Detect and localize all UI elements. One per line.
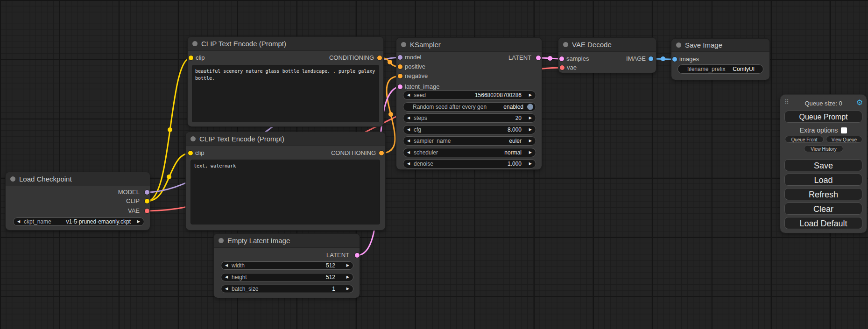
widget-value: 156680208700286: [475, 92, 522, 98]
node-title-bar[interactable]: CLIP Text Encode (Prompt): [188, 37, 383, 51]
widget-value: 512: [326, 262, 335, 269]
increment-arrow-icon[interactable]: ▶: [529, 93, 532, 97]
node-title-bar[interactable]: Empty Latent Image: [214, 234, 360, 248]
output-port-image[interactable]: [649, 56, 653, 61]
increment-arrow-icon[interactable]: ▶: [529, 128, 532, 132]
decrement-arrow-icon[interactable]: ◀: [407, 128, 410, 132]
output-port-conditioning[interactable]: [377, 56, 382, 60]
node-title-bar[interactable]: CLIP Text Encode (Prompt): [186, 132, 385, 146]
collapse-dot-icon[interactable]: [10, 176, 15, 182]
increment-arrow-icon[interactable]: ▶: [529, 139, 532, 143]
output-port-conditioning[interactable]: [379, 151, 384, 155]
extra-options-label: Extra options: [800, 126, 838, 134]
widget-seed[interactable]: ◀ seed 156680208700286 ▶: [403, 91, 536, 100]
decrement-arrow-icon[interactable]: ◀: [17, 220, 20, 224]
collapse-dot-icon[interactable]: [192, 41, 198, 46]
refresh-button[interactable]: Refresh: [784, 188, 862, 200]
output-label-latent: LATENT: [326, 252, 349, 259]
prompt-textarea[interactable]: text, watermark: [191, 160, 380, 224]
output-port-model[interactable]: [145, 190, 149, 195]
output-port-clip[interactable]: [145, 199, 149, 203]
decrement-arrow-icon[interactable]: ◀: [407, 93, 410, 97]
widget-label: Random seed after every gen: [413, 104, 487, 110]
view-queue-button[interactable]: View Queue: [826, 136, 862, 143]
input-label-positive: positive: [405, 63, 425, 70]
node-ksampler[interactable]: KSampler model positive negative latent_…: [396, 38, 542, 169]
node-title: CLIP Text Encode (Prompt): [201, 40, 286, 48]
extra-options-row[interactable]: Extra options: [780, 126, 867, 134]
node-title-bar[interactable]: KSampler: [396, 38, 542, 52]
node-title-bar[interactable]: Load Checkpoint: [6, 172, 150, 186]
input-label-images: images: [679, 56, 699, 63]
output-port-vae[interactable]: [145, 209, 149, 213]
node-title: Load Checkpoint: [19, 175, 72, 183]
node-clip-text-encode-positive[interactable]: CLIP Text Encode (Prompt) clip CONDITION…: [188, 37, 383, 126]
widget-denoise[interactable]: ◀ denoise 1.000 ▶: [403, 159, 536, 168]
widget-sampler-name[interactable]: ◀ sampler_name euler ▶: [403, 136, 536, 146]
widget-batch-size[interactable]: ◀ batch_size 1 ▶: [221, 285, 353, 293]
collapse-dot-icon[interactable]: [401, 42, 406, 47]
node-empty-latent-image[interactable]: Empty Latent Image LATENT ◀ width 512 ▶ …: [214, 234, 360, 298]
clear-button[interactable]: Clear: [784, 203, 862, 215]
widget-steps[interactable]: ◀ steps 20 ▶: [403, 113, 536, 123]
increment-arrow-icon[interactable]: ▶: [346, 287, 349, 291]
decrement-arrow-icon[interactable]: ◀: [407, 116, 410, 120]
input-port-latent-image[interactable]: [398, 84, 402, 89]
queue-panel[interactable]: ⠿ Queue size: 0 ⚙ Queue Prompt Extra opt…: [780, 95, 867, 233]
widget-random-seed-toggle[interactable]: Random seed after every gen enabled: [403, 102, 536, 112]
increment-arrow-icon[interactable]: ▶: [529, 151, 532, 154]
input-port-samples[interactable]: [559, 56, 564, 61]
node-save-image[interactable]: Save Image images filename_prefix ComfyU…: [671, 39, 769, 80]
node-load-checkpoint[interactable]: Load Checkpoint MODEL CLIP VAE ◀ ckpt_na…: [6, 172, 150, 230]
input-label-model: model: [405, 54, 421, 61]
node-title-bar[interactable]: VAE Decode: [558, 38, 656, 52]
widget-cfg[interactable]: ◀ cfg 8.000 ▶: [403, 125, 536, 134]
decrement-arrow-icon[interactable]: ◀: [407, 162, 410, 166]
decrement-arrow-icon[interactable]: ◀: [225, 275, 228, 279]
increment-arrow-icon[interactable]: ▶: [137, 220, 140, 224]
input-port-vae[interactable]: [560, 65, 565, 70]
input-port-model[interactable]: [398, 55, 402, 60]
increment-arrow-icon[interactable]: ▶: [529, 162, 532, 166]
extra-options-checkbox[interactable]: [841, 127, 847, 133]
increment-arrow-icon[interactable]: ▶: [346, 275, 349, 279]
output-port-latent[interactable]: [536, 56, 541, 60]
increment-arrow-icon[interactable]: ▶: [346, 264, 349, 267]
load-default-button[interactable]: Load Default: [784, 217, 862, 229]
toggle-icon[interactable]: [527, 104, 533, 110]
collapse-dot-icon[interactable]: [563, 42, 568, 47]
decrement-arrow-icon[interactable]: ◀: [225, 287, 228, 291]
decrement-arrow-icon[interactable]: ◀: [407, 139, 410, 143]
view-history-button[interactable]: View History: [804, 145, 843, 152]
decrement-arrow-icon[interactable]: ◀: [407, 151, 410, 154]
settings-gear-icon[interactable]: ⚙: [856, 98, 863, 107]
widget-height[interactable]: ◀ height 512 ▶: [221, 273, 353, 281]
widget-label: denoise: [414, 161, 433, 167]
input-port-clip[interactable]: [188, 151, 193, 155]
input-port-clip[interactable]: [189, 56, 193, 60]
save-button[interactable]: Save: [784, 159, 862, 171]
node-title-bar[interactable]: Save Image: [671, 39, 769, 52]
node-graph-canvas[interactable]: Load Checkpoint MODEL CLIP VAE ◀ ckpt_na…: [0, 0, 868, 329]
node-title: Empty Latent Image: [227, 237, 290, 245]
collapse-dot-icon[interactable]: [191, 136, 196, 141]
prompt-textarea[interactable]: beautiful scenery nature glass bottle la…: [192, 65, 379, 122]
increment-arrow-icon[interactable]: ▶: [529, 116, 532, 120]
collapse-dot-icon[interactable]: [676, 42, 681, 48]
widget-scheduler[interactable]: ◀ scheduler normal ▶: [403, 148, 536, 157]
input-port-images[interactable]: [672, 57, 677, 62]
input-port-positive[interactable]: [398, 64, 402, 69]
queue-prompt-button[interactable]: Queue Prompt: [784, 111, 862, 123]
node-title: KSampler: [410, 41, 441, 49]
widget-ckpt-name[interactable]: ◀ ckpt_name v1-5-pruned-emaonly.ckpt ▶: [13, 217, 144, 226]
queue-front-button[interactable]: Queue Front: [785, 136, 824, 143]
widget-filename-prefix[interactable]: filename_prefix ComfyUI: [677, 64, 763, 74]
output-port-latent[interactable]: [355, 253, 360, 258]
load-button[interactable]: Load: [784, 174, 862, 186]
widget-width[interactable]: ◀ width 512 ▶: [221, 261, 353, 270]
node-clip-text-encode-negative[interactable]: CLIP Text Encode (Prompt) clip CONDITION…: [186, 132, 385, 230]
collapse-dot-icon[interactable]: [219, 238, 224, 243]
node-vae-decode[interactable]: VAE Decode samples vae IMAGE: [558, 38, 656, 73]
input-port-negative[interactable]: [398, 74, 402, 78]
decrement-arrow-icon[interactable]: ◀: [225, 264, 228, 267]
